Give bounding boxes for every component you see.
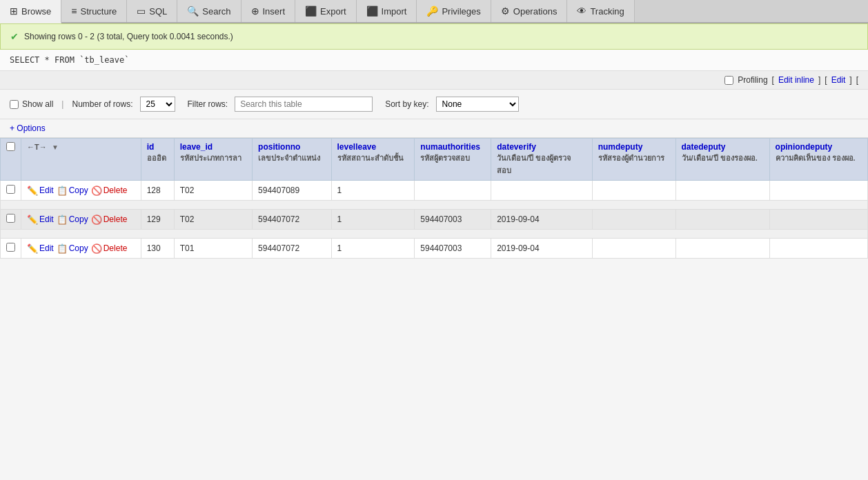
- delete-button[interactable]: 🚫 Delete: [91, 243, 128, 254]
- cell-positionno: 594407089: [253, 181, 331, 201]
- edit-icon: ✏️: [27, 214, 38, 225]
- row-spacer: [1, 201, 868, 210]
- tab-operations[interactable]: ⚙ Operations: [491, 0, 568, 22]
- sort-select[interactable]: None: [436, 97, 519, 112]
- th-id-label: id: [147, 142, 168, 152]
- th-id[interactable]: id อออิด: [141, 139, 174, 181]
- cell-dateverify: 2019-09-04: [491, 210, 593, 230]
- tab-privileges[interactable]: 🔑 Privileges: [417, 0, 491, 22]
- sql-icon: ▭: [137, 6, 146, 17]
- info-message: Showing rows 0 - 2 (3 total, Query took …: [24, 32, 233, 41]
- filter-label: Filter rows:: [188, 99, 228, 109]
- th-opiniondeputy[interactable]: opiniondeputy ความคิดเห็นของ รองผอ.: [769, 139, 867, 181]
- tab-search[interactable]: 🔍 Search: [177, 0, 241, 22]
- browse-icon: ⊞: [10, 6, 18, 17]
- cell-positionno: 594407072: [253, 239, 331, 259]
- select-all-checkbox[interactable]: [6, 142, 15, 151]
- copy-button[interactable]: 📋 Copy: [57, 186, 88, 196]
- cell-levelleave: 1: [331, 181, 415, 201]
- copy-button[interactable]: 📋 Copy: [57, 243, 88, 254]
- th-leave-id-label: leave_id: [180, 142, 246, 152]
- delete-icon: 🚫: [91, 186, 102, 196]
- tab-browse-label: Browse: [21, 6, 51, 17]
- th-id-sub: อออิด: [147, 152, 168, 164]
- tab-browse[interactable]: ⊞ Browse: [0, 0, 61, 23]
- row-checkbox[interactable]: [6, 185, 15, 194]
- row-checkbox-cell: [1, 239, 21, 259]
- options-link[interactable]: + Options: [10, 123, 46, 133]
- tab-tracking[interactable]: 👁 Tracking: [567, 0, 634, 22]
- rows-select[interactable]: 25 50 100 250 500: [140, 97, 175, 112]
- edit-button[interactable]: ✏️ Edit: [27, 186, 54, 196]
- th-positionno[interactable]: positionno เลขประจำตำแหน่ง: [253, 139, 331, 181]
- copy-button[interactable]: 📋 Copy: [57, 214, 88, 225]
- insert-icon: ⊕: [251, 6, 259, 17]
- delete-label: Delete: [103, 186, 128, 195]
- delete-button[interactable]: 🚫 Delete: [91, 186, 128, 196]
- tab-export[interactable]: ⬛ Export: [295, 0, 357, 22]
- edit-button[interactable]: ✏️ Edit: [27, 243, 54, 254]
- edit-label: Edit: [39, 186, 54, 195]
- edit-icon: ✏️: [27, 243, 38, 254]
- cell-id: 130: [141, 239, 174, 259]
- th-datedeputy[interactable]: datedeputy วัน/เดือน/ปี ของรองผอ.: [675, 139, 769, 181]
- show-all-checkbox[interactable]: [10, 100, 19, 109]
- copy-label: Copy: [69, 186, 88, 195]
- cell-dateverify: [491, 181, 593, 201]
- cell-levelleave: 1: [331, 210, 415, 230]
- tab-privileges-label: Privileges: [442, 6, 480, 17]
- row-actions-cell: ✏️ Edit 📋 Copy 🚫 Delete: [21, 239, 141, 259]
- copy-icon: 📋: [57, 243, 68, 254]
- edit-inline-link[interactable]: Edit inline: [778, 75, 814, 85]
- nav-tabs: ⊞ Browse ≡ Structure ▭ SQL 🔍 Search ⊕ In…: [0, 0, 868, 23]
- edit-link[interactable]: Edit: [831, 75, 846, 85]
- edit-label: Edit: [39, 214, 54, 224]
- th-numauthorities[interactable]: numauthorities รหัสผู้ตรวจสอบ: [415, 139, 491, 181]
- import-icon: ⬛: [366, 6, 378, 17]
- export-icon: ⬛: [305, 6, 317, 17]
- edit-icon: ✏️: [27, 186, 38, 196]
- search-input[interactable]: [235, 97, 373, 112]
- th-leave-id[interactable]: leave_id รหัสประเภทการลา: [174, 139, 252, 181]
- th-positionno-sub: เลขประจำตำแหน่ง: [258, 152, 325, 164]
- resize-arrows: ←T→: [27, 143, 47, 151]
- th-numauthorities-label: numauthorities: [420, 142, 485, 152]
- edit-button[interactable]: ✏️ Edit: [27, 214, 54, 225]
- delete-label: Delete: [103, 243, 128, 253]
- tab-structure[interactable]: ≡ Structure: [61, 0, 127, 22]
- row-checkbox[interactable]: [6, 214, 15, 223]
- info-bar: ✔ Showing rows 0 - 2 (3 total, Query too…: [0, 23, 868, 50]
- data-table-container: ←T→ ▼ id อออิด leave_id รหัสประเภทการลา …: [0, 138, 868, 259]
- profiling-label: Profiling: [738, 75, 767, 85]
- th-dateverify[interactable]: dateverify วัน/เดือน/ปี ของผู้ตรวจสอบ: [491, 139, 593, 181]
- tab-import-label: Import: [382, 6, 407, 17]
- cell-leave-id: T02: [174, 210, 252, 230]
- tab-import[interactable]: ⬛ Import: [357, 0, 417, 22]
- tab-insert[interactable]: ⊕ Insert: [241, 0, 296, 22]
- data-table: ←T→ ▼ id อออิด leave_id รหัสประเภทการลา …: [0, 138, 868, 259]
- profiling-checkbox[interactable]: [724, 76, 733, 85]
- show-all-text: Show all: [22, 99, 53, 109]
- tab-sql[interactable]: ▭ SQL: [127, 0, 177, 22]
- cell-numdeputy: [592, 210, 675, 230]
- th-positionno-label: positionno: [258, 142, 325, 152]
- th-levelleave[interactable]: levelleave รหัสสถานะสำดับชั้น: [331, 139, 415, 181]
- cell-opiniondeputy: [769, 210, 867, 230]
- th-actions: ←T→ ▼: [21, 139, 141, 181]
- cell-numauthorities: 594407003: [415, 239, 491, 259]
- rows-label: Number of rows:: [72, 99, 132, 109]
- th-datedeputy-label: datedeputy: [682, 142, 764, 152]
- privileges-icon: 🔑: [426, 6, 438, 17]
- row-checkbox[interactable]: [6, 243, 15, 252]
- tab-insert-label: Insert: [263, 6, 286, 17]
- th-opiniondeputy-sub: ความคิดเห็นของ รองผอ.: [776, 152, 858, 164]
- cell-opiniondeputy: [769, 239, 867, 259]
- search-icon: 🔍: [187, 6, 199, 17]
- tracking-icon: 👁: [577, 6, 586, 17]
- show-all-label[interactable]: Show all: [10, 99, 53, 109]
- delete-button[interactable]: 🚫 Delete: [91, 214, 128, 225]
- th-numdeputy[interactable]: numdeputy รหัสรองผู้ดำนวยการ: [592, 139, 675, 181]
- cell-opiniondeputy: [769, 181, 867, 201]
- table-row: ✏️ Edit 📋 Copy 🚫 Delete 130 T01 59440707…: [1, 239, 868, 259]
- th-numdeputy-sub: รหัสรองผู้ดำนวยการ: [598, 152, 670, 164]
